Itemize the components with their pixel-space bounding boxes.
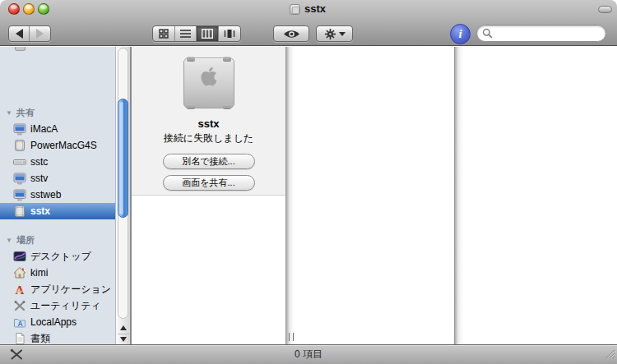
info-icon: i	[458, 27, 462, 41]
arrow-down-icon	[120, 337, 127, 342]
sidebar-item-sstv[interactable]: sstv	[0, 170, 115, 187]
sidebar-item-sstc[interactable]: sstc	[0, 154, 115, 170]
zoom-button[interactable]	[38, 3, 49, 15]
display-icon	[13, 172, 26, 185]
svg-text:A: A	[16, 283, 25, 297]
toolbar-toggle-pill[interactable]	[598, 6, 612, 13]
connection-status: 接続に失敗しました	[132, 131, 285, 145]
window-chrome: sstx	[0, 0, 617, 46]
display-icon	[13, 122, 26, 136]
sidebar-item-desktop[interactable]: デスクトップ	[0, 248, 115, 265]
coverflow-view-icon	[224, 29, 235, 39]
tower-foot	[223, 104, 231, 109]
section-label: 場所	[16, 234, 35, 247]
sidebar-item-label: sstweb	[30, 189, 61, 200]
server-name: sstx	[132, 117, 285, 130]
sidebar-item-label: sstc	[30, 156, 48, 168]
item-count: 0 項目	[0, 345, 617, 364]
document-icon	[13, 332, 26, 345]
sidebar-item-label: ユーティリティ	[30, 299, 101, 313]
sidebar-item-utilities[interactable]: ユーティリティ	[0, 297, 115, 314]
sidebar-item-label: sstv	[30, 173, 48, 184]
sidebar-item-label: アプリケーション	[30, 283, 111, 297]
disclosure-triangle-icon[interactable]: ▼	[6, 109, 12, 117]
tower-handle	[187, 57, 195, 62]
desktop-icon	[13, 250, 26, 263]
list-view-icon	[180, 29, 191, 39]
info-button[interactable]: i	[450, 24, 471, 44]
apple-logo-icon	[201, 66, 217, 87]
search-icon	[482, 28, 493, 39]
column-2	[295, 47, 454, 344]
sidebar: ▼ 共有 iMacA PowerMacG4S sstc	[0, 47, 115, 344]
scrollbar-thumb[interactable]	[118, 99, 128, 218]
sidebar-item-localapps[interactable]: A LocalApps	[0, 314, 115, 330]
finder-window: sstx	[0, 0, 617, 364]
tower-icon	[13, 205, 26, 218]
scroll-down-button[interactable]	[118, 334, 129, 343]
dropdown-caret-icon	[339, 32, 346, 36]
gear-icon	[324, 28, 336, 40]
connect-as-button[interactable]: 別名で接続...	[163, 154, 255, 169]
search-input[interactable]	[495, 27, 598, 40]
scroll-up-button[interactable]	[118, 323, 129, 333]
column-1: sstx 接続に失敗しました 別名で接続... 画面を共有...	[132, 47, 285, 344]
folder-icon: A	[13, 316, 26, 329]
sidebar-section-shared[interactable]: ▼ 共有	[0, 104, 115, 121]
tower-icon	[13, 139, 26, 152]
window-title: sstx	[304, 2, 326, 15]
sidebar-item-applications[interactable]: A アプリケーション	[0, 281, 115, 297]
sidebar-item-label: sstx	[30, 205, 50, 217]
list-view-button[interactable]	[175, 26, 197, 41]
scrolled-item-icon	[15, 47, 26, 51]
share-screen-button[interactable]: 画面を共有...	[163, 175, 255, 191]
sidebar-item-label: iMacA	[30, 123, 58, 135]
sidebar-item-sstx[interactable]: sstx	[0, 203, 115, 219]
sidebar-item-label: kimi	[30, 267, 48, 279]
proxy-icon[interactable]	[290, 4, 300, 15]
display-icon	[13, 188, 26, 201]
disclosure-triangle-icon[interactable]: ▼	[6, 237, 12, 244]
sidebar-section-places[interactable]: ▼ 場所	[0, 232, 115, 248]
server-preview-panel: sstx 接続に失敗しました 別名で接続... 画面を共有...	[132, 47, 285, 196]
column-resize-handle[interactable]	[289, 333, 294, 341]
arrow-up-icon	[120, 325, 127, 330]
forward-button[interactable]	[30, 26, 50, 41]
column-scrollbar-track	[454, 47, 464, 344]
sidebar-item-label: PowerMacG4S	[30, 140, 97, 151]
eye-icon	[283, 29, 300, 39]
column-view-button[interactable]	[197, 26, 219, 41]
svg-text:A: A	[17, 320, 22, 328]
status-bar: 0 項目	[0, 344, 617, 364]
applications-icon: A	[13, 283, 26, 296]
icon-view-button[interactable]	[153, 26, 175, 41]
resize-grip-icon[interactable]	[604, 348, 615, 362]
sidebar-item-imaca[interactable]: iMacA	[0, 121, 115, 137]
sidebar-item-label: 書類	[30, 332, 50, 346]
back-button[interactable]	[9, 26, 30, 41]
close-button[interactable]	[8, 3, 20, 15]
sidebar-item-powermacg4s[interactable]: PowerMacG4S	[0, 137, 115, 154]
forward-icon	[36, 29, 44, 39]
sidebar-item-label: LocalApps	[30, 316, 77, 328]
sidebar-scrollbar[interactable]	[115, 47, 130, 344]
rack-server-icon	[13, 155, 26, 168]
sidebar-item-home[interactable]: kimi	[0, 265, 115, 281]
sidebar-item-sstweb[interactable]: sstweb	[0, 187, 115, 203]
content-area: ▼ 共有 iMacA PowerMacG4S sstc	[0, 47, 617, 344]
tower-handle	[223, 57, 231, 62]
coverflow-view-button[interactable]	[219, 26, 240, 41]
navigation-buttons	[8, 25, 51, 42]
utilities-icon	[13, 299, 26, 312]
section-label: 共有	[16, 107, 35, 119]
column-view-icon	[202, 29, 213, 39]
home-icon	[13, 266, 26, 279]
view-mode-segmented-control	[152, 25, 241, 42]
icon-view-icon	[159, 29, 169, 39]
quick-look-button[interactable]	[273, 25, 309, 42]
minimize-button[interactable]	[23, 3, 35, 15]
search-field[interactable]	[476, 25, 606, 42]
column-scrollbar-track	[285, 47, 295, 344]
server-icon	[183, 58, 234, 108]
action-menu-button[interactable]	[316, 25, 353, 42]
